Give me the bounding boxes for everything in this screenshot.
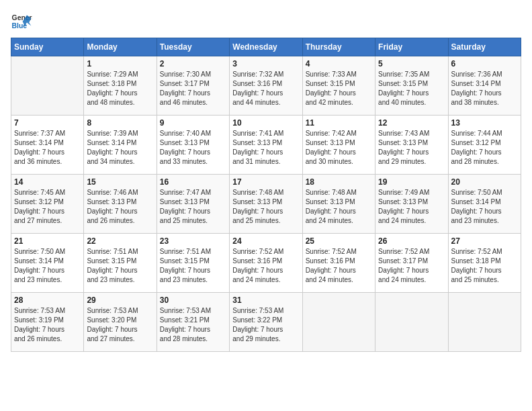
cell-day-number: 28	[14, 295, 81, 305]
cell-info-text: Sunrise: 7:49 AM Sunset: 3:13 PM Dayligh…	[378, 188, 445, 226]
header-wednesday: Wednesday	[230, 38, 302, 56]
cell-day-number: 9	[160, 118, 226, 128]
calendar-week-3: 14Sunrise: 7:45 AM Sunset: 3:12 PM Dayli…	[11, 175, 521, 234]
calendar-cell: 16Sunrise: 7:47 AM Sunset: 3:13 PM Dayli…	[157, 175, 229, 234]
cell-day-number: 26	[378, 236, 445, 246]
cell-day-number: 4	[306, 59, 372, 68]
calendar-cell: 19Sunrise: 7:49 AM Sunset: 3:13 PM Dayli…	[375, 175, 448, 234]
calendar-cell: 8Sunrise: 7:39 AM Sunset: 3:14 PM Daylig…	[84, 116, 157, 175]
calendar-cell: 31Sunrise: 7:53 AM Sunset: 3:22 PM Dayli…	[230, 293, 302, 352]
cell-info-text: Sunrise: 7:29 AM Sunset: 3:18 PM Dayligh…	[87, 70, 153, 107]
calendar-header-row: SundayMondayTuesdayWednesdayThursdayFrid…	[11, 38, 521, 56]
cell-day-number: 13	[451, 118, 518, 128]
cell-day-number: 18	[306, 177, 372, 187]
cell-info-text: Sunrise: 7:46 AM Sunset: 3:13 PM Dayligh…	[87, 188, 153, 226]
cell-info-text: Sunrise: 7:37 AM Sunset: 3:14 PM Dayligh…	[14, 129, 81, 167]
cell-info-text: Sunrise: 7:39 AM Sunset: 3:14 PM Dayligh…	[87, 129, 153, 167]
calendar-cell	[302, 293, 375, 352]
cell-day-number: 11	[306, 118, 372, 128]
cell-info-text: Sunrise: 7:52 AM Sunset: 3:17 PM Dayligh…	[378, 247, 445, 285]
calendar-cell: 13Sunrise: 7:44 AM Sunset: 3:12 PM Dayli…	[448, 116, 521, 175]
calendar-cell: 6Sunrise: 7:36 AM Sunset: 3:14 PM Daylig…	[448, 56, 521, 116]
calendar-week-1: 1Sunrise: 7:29 AM Sunset: 3:18 PM Daylig…	[11, 56, 521, 116]
calendar-cell: 9Sunrise: 7:40 AM Sunset: 3:13 PM Daylig…	[157, 116, 229, 175]
cell-day-number: 17	[232, 177, 299, 187]
calendar-cell: 26Sunrise: 7:52 AM Sunset: 3:17 PM Dayli…	[375, 234, 448, 293]
cell-day-number: 27	[451, 236, 518, 246]
cell-day-number: 8	[87, 118, 153, 128]
cell-info-text: Sunrise: 7:42 AM Sunset: 3:13 PM Dayligh…	[306, 129, 372, 167]
cell-day-number: 3	[232, 59, 299, 68]
calendar-week-2: 7Sunrise: 7:37 AM Sunset: 3:14 PM Daylig…	[11, 116, 521, 175]
cell-day-number: 30	[160, 295, 226, 305]
cell-info-text: Sunrise: 7:51 AM Sunset: 3:15 PM Dayligh…	[160, 247, 226, 285]
cell-day-number: 29	[87, 295, 153, 305]
cell-info-text: Sunrise: 7:30 AM Sunset: 3:17 PM Dayligh…	[160, 70, 226, 107]
cell-day-number: 10	[232, 118, 299, 128]
calendar-cell: 20Sunrise: 7:50 AM Sunset: 3:14 PM Dayli…	[448, 175, 521, 234]
calendar-cell: 29Sunrise: 7:53 AM Sunset: 3:20 PM Dayli…	[84, 293, 157, 352]
calendar-body: 1Sunrise: 7:29 AM Sunset: 3:18 PM Daylig…	[11, 56, 521, 352]
calendar-cell: 4Sunrise: 7:33 AM Sunset: 3:15 PM Daylig…	[302, 56, 375, 116]
cell-day-number: 19	[378, 177, 445, 187]
calendar-cell: 3Sunrise: 7:32 AM Sunset: 3:16 PM Daylig…	[230, 56, 302, 116]
calendar-cell: 1Sunrise: 7:29 AM Sunset: 3:18 PM Daylig…	[84, 56, 157, 116]
header-friday: Friday	[375, 38, 448, 56]
cell-info-text: Sunrise: 7:33 AM Sunset: 3:15 PM Dayligh…	[306, 70, 372, 107]
cell-day-number: 24	[232, 236, 299, 246]
cell-info-text: Sunrise: 7:53 AM Sunset: 3:22 PM Dayligh…	[232, 306, 299, 344]
logo-icon: General Blue	[11, 11, 32, 32]
cell-info-text: Sunrise: 7:45 AM Sunset: 3:12 PM Dayligh…	[14, 188, 81, 226]
cell-day-number: 22	[87, 236, 153, 246]
calendar-cell: 12Sunrise: 7:43 AM Sunset: 3:13 PM Dayli…	[375, 116, 448, 175]
calendar-week-5: 28Sunrise: 7:53 AM Sunset: 3:19 PM Dayli…	[11, 293, 521, 352]
cell-info-text: Sunrise: 7:48 AM Sunset: 3:13 PM Dayligh…	[306, 188, 372, 226]
cell-info-text: Sunrise: 7:52 AM Sunset: 3:16 PM Dayligh…	[306, 247, 372, 285]
cell-day-number: 6	[451, 59, 518, 68]
header-monday: Monday	[84, 38, 157, 56]
cell-day-number: 23	[160, 236, 226, 246]
calendar-cell: 24Sunrise: 7:52 AM Sunset: 3:16 PM Dayli…	[230, 234, 302, 293]
cell-info-text: Sunrise: 7:36 AM Sunset: 3:14 PM Dayligh…	[451, 70, 518, 107]
header-thursday: Thursday	[302, 38, 375, 56]
cell-day-number: 15	[87, 177, 153, 187]
cell-day-number: 12	[378, 118, 445, 128]
calendar-cell: 18Sunrise: 7:48 AM Sunset: 3:13 PM Dayli…	[302, 175, 375, 234]
calendar-cell	[448, 293, 521, 352]
header-sunday: Sunday	[11, 38, 84, 56]
cell-day-number: 16	[160, 177, 226, 187]
cell-info-text: Sunrise: 7:35 AM Sunset: 3:15 PM Dayligh…	[378, 70, 445, 107]
calendar-cell: 10Sunrise: 7:41 AM Sunset: 3:13 PM Dayli…	[230, 116, 302, 175]
cell-info-text: Sunrise: 7:47 AM Sunset: 3:13 PM Dayligh…	[160, 188, 226, 226]
cell-day-number: 1	[87, 59, 153, 68]
calendar-cell: 25Sunrise: 7:52 AM Sunset: 3:16 PM Dayli…	[302, 234, 375, 293]
cell-info-text: Sunrise: 7:53 AM Sunset: 3:19 PM Dayligh…	[14, 306, 81, 344]
cell-day-number: 7	[14, 118, 81, 128]
calendar-cell: 21Sunrise: 7:50 AM Sunset: 3:14 PM Dayli…	[11, 234, 84, 293]
calendar-week-4: 21Sunrise: 7:50 AM Sunset: 3:14 PM Dayli…	[11, 234, 521, 293]
cell-day-number: 2	[160, 59, 226, 68]
cell-day-number: 21	[14, 236, 81, 246]
cell-info-text: Sunrise: 7:52 AM Sunset: 3:16 PM Dayligh…	[232, 247, 299, 285]
cell-info-text: Sunrise: 7:48 AM Sunset: 3:13 PM Dayligh…	[232, 188, 299, 226]
cell-info-text: Sunrise: 7:53 AM Sunset: 3:20 PM Dayligh…	[87, 306, 153, 344]
calendar-cell: 5Sunrise: 7:35 AM Sunset: 3:15 PM Daylig…	[375, 56, 448, 116]
cell-info-text: Sunrise: 7:52 AM Sunset: 3:18 PM Dayligh…	[451, 247, 518, 285]
cell-info-text: Sunrise: 7:50 AM Sunset: 3:14 PM Dayligh…	[14, 247, 81, 285]
calendar-cell: 28Sunrise: 7:53 AM Sunset: 3:19 PM Dayli…	[11, 293, 84, 352]
cell-info-text: Sunrise: 7:44 AM Sunset: 3:12 PM Dayligh…	[451, 129, 518, 167]
cell-day-number: 14	[14, 177, 81, 187]
cell-day-number: 5	[378, 59, 445, 68]
cell-info-text: Sunrise: 7:43 AM Sunset: 3:13 PM Dayligh…	[378, 129, 445, 167]
calendar-cell: 17Sunrise: 7:48 AM Sunset: 3:13 PM Dayli…	[230, 175, 302, 234]
calendar-cell: 27Sunrise: 7:52 AM Sunset: 3:18 PM Dayli…	[448, 234, 521, 293]
header-tuesday: Tuesday	[157, 38, 229, 56]
cell-day-number: 31	[232, 295, 299, 305]
logo: General Blue	[11, 11, 32, 32]
cell-info-text: Sunrise: 7:40 AM Sunset: 3:13 PM Dayligh…	[160, 129, 226, 167]
calendar-cell: 30Sunrise: 7:53 AM Sunset: 3:21 PM Dayli…	[157, 293, 229, 352]
calendar-table: SundayMondayTuesdayWednesdayThursdayFrid…	[11, 38, 521, 352]
calendar-cell: 7Sunrise: 7:37 AM Sunset: 3:14 PM Daylig…	[11, 116, 84, 175]
cell-info-text: Sunrise: 7:50 AM Sunset: 3:14 PM Dayligh…	[451, 188, 518, 226]
cell-info-text: Sunrise: 7:32 AM Sunset: 3:16 PM Dayligh…	[232, 70, 299, 107]
